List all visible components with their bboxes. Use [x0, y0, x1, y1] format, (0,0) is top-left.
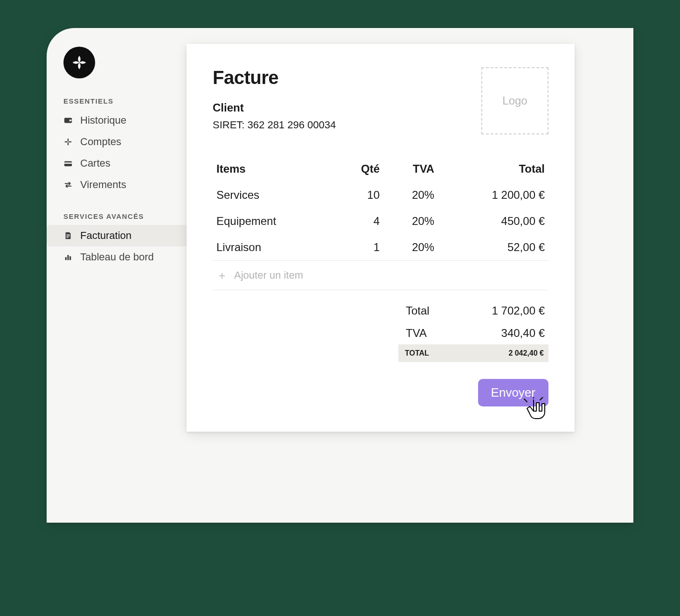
line-name: Equipement — [213, 208, 336, 234]
subtotal-label: Total — [406, 304, 448, 317]
invoice-totals: Total 1 702,00 € TVA 340,40 € TOTAL 2 04… — [213, 300, 548, 362]
invoice-icon — [63, 231, 73, 240]
dashboard-icon — [63, 252, 73, 262]
sidebar-section-essentiels: ESSENTIELS Historique Comptes Cartes — [47, 97, 187, 196]
sidebar-item-virements[interactable]: Virements — [47, 174, 187, 196]
app-logo-icon — [63, 47, 95, 78]
send-button[interactable]: Envoyer — [478, 379, 548, 406]
svg-rect-1 — [69, 119, 72, 121]
grand-total-value: 2 042,40 € — [460, 349, 544, 357]
invoice-title: Facture — [213, 67, 336, 88]
subtotal-value: 1 702,00 € — [461, 304, 545, 317]
sidebar-section-services: SERVICES AVANCÉS Facturation Tableau de … — [47, 212, 187, 268]
sidebar: ESSENTIELS Historique Comptes Cartes — [47, 28, 187, 523]
invoice-card: Facture Client SIRET: 362 281 296 00034 … — [187, 44, 575, 432]
sidebar-item-label: Tableau de bord — [80, 251, 154, 263]
vat-value: 340,40 € — [461, 327, 545, 340]
grand-total-row: TOTAL 2 042,40 € — [398, 344, 548, 362]
sidebar-item-comptes[interactable]: Comptes — [47, 131, 187, 153]
line-total: 1 200,00 € — [438, 182, 548, 208]
line-qty: 10 — [336, 182, 383, 208]
svg-rect-9 — [69, 256, 71, 260]
sidebar-section-title: ESSENTIELS — [47, 97, 187, 110]
client-label: Client — [213, 101, 336, 114]
sidebar-section-title: SERVICES AVANCÉS — [47, 212, 187, 225]
svg-rect-6 — [66, 237, 69, 238]
sidebar-item-label: Historique — [80, 114, 126, 126]
sidebar-item-label: Facturation — [80, 230, 132, 242]
sidebar-item-label: Comptes — [80, 136, 121, 148]
col-vat: TVA — [383, 156, 438, 182]
svg-rect-4 — [66, 234, 69, 235]
svg-rect-3 — [64, 162, 72, 164]
col-total: Total — [438, 156, 548, 182]
sidebar-item-facturation[interactable]: Facturation — [47, 225, 187, 246]
line-vat: 20% — [383, 182, 438, 208]
accounts-icon — [63, 137, 73, 147]
logo-placeholder-text: Logo — [502, 94, 527, 107]
line-qty: 1 — [336, 234, 383, 260]
svg-rect-8 — [67, 255, 69, 260]
sidebar-item-cartes[interactable]: Cartes — [47, 153, 187, 174]
plus-icon: ＋ — [216, 270, 228, 281]
sidebar-item-dashboard[interactable]: Tableau de bord — [47, 246, 187, 268]
sidebar-item-label: Cartes — [80, 157, 111, 169]
wallet-icon — [63, 116, 73, 125]
card-icon — [63, 159, 73, 168]
line-qty: 4 — [336, 208, 383, 234]
line-total: 450,00 € — [438, 208, 548, 234]
line-name: Livraison — [213, 234, 336, 260]
line-vat: 20% — [383, 208, 438, 234]
grand-total-label: TOTAL — [405, 349, 447, 357]
invoice-lines-table: Items Qté TVA Total Services 10 20% 1 20… — [213, 156, 548, 260]
add-item-label: Ajouter un item — [234, 269, 303, 281]
col-items: Items — [213, 156, 336, 182]
svg-rect-7 — [65, 257, 67, 260]
col-qty: Qté — [336, 156, 383, 182]
svg-rect-5 — [66, 236, 69, 236]
add-item-button[interactable]: ＋ Ajouter un item — [213, 260, 548, 290]
table-row: Livraison 1 20% 52,00 € — [213, 234, 548, 260]
sidebar-item-historique[interactable]: Historique — [47, 110, 187, 131]
transfer-icon — [63, 180, 73, 189]
line-total: 52,00 € — [438, 234, 548, 260]
siret-value: SIRET: 362 281 296 00034 — [213, 119, 336, 131]
line-vat: 20% — [383, 234, 438, 260]
vat-label: TVA — [406, 327, 448, 340]
line-name: Services — [213, 182, 336, 208]
table-row: Equipement 4 20% 450,00 € — [213, 208, 548, 234]
table-row: Services 10 20% 1 200,00 € — [213, 182, 548, 208]
logo-upload-box[interactable]: Logo — [481, 67, 548, 134]
sidebar-item-label: Virements — [80, 179, 126, 191]
